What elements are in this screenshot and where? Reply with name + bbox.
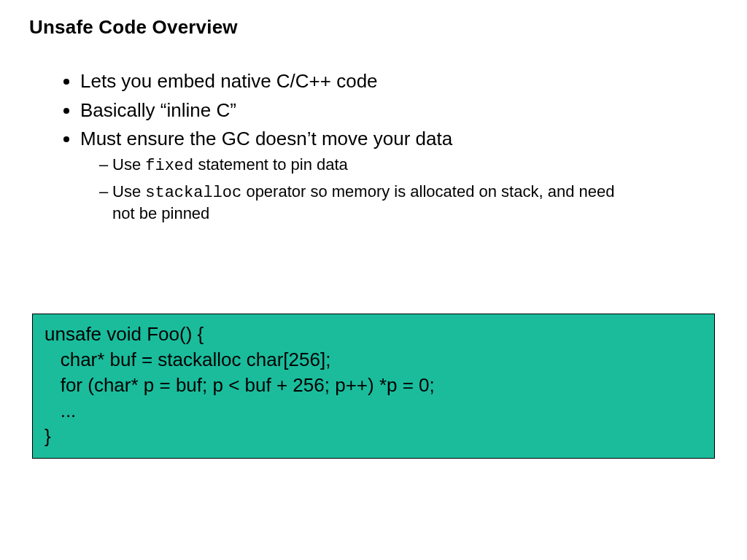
- text: Use: [112, 155, 145, 174]
- bullet-item: Lets you embed native C/C++ code: [80, 68, 718, 96]
- code-span: fixed: [145, 157, 193, 175]
- slide-title: Unsafe Code Overview: [29, 16, 718, 39]
- text: Use: [112, 182, 145, 201]
- slide-body: Lets you embed native C/C++ code Basical…: [29, 68, 718, 225]
- code-block: unsafe void Foo() { char* buf = stackall…: [32, 314, 715, 459]
- sub-bullet-item: Use fixed statement to pin data: [99, 155, 624, 177]
- text: “inline C”: [160, 99, 236, 121]
- text: statement to pin data: [193, 155, 348, 174]
- text: t move your data: [311, 128, 453, 149]
- bullet-item: Must ensure the GC doesn’t move your dat…: [80, 125, 718, 224]
- sub-bullet-list: Use fixed statement to pin data Use stac…: [80, 155, 718, 225]
- sub-bullet-item: Use stackalloc operator so memory is all…: [99, 182, 624, 225]
- code-span: stackalloc: [145, 184, 241, 202]
- slide: Unsafe Code Overview Lets you embed nati…: [0, 0, 747, 560]
- bullet-item: Basically “inline C”: [80, 97, 718, 125]
- text: Basically: [80, 99, 160, 121]
- bullet-list: Lets you embed native C/C++ code Basical…: [51, 68, 718, 225]
- text: Must ensure the GC doesn: [80, 128, 307, 149]
